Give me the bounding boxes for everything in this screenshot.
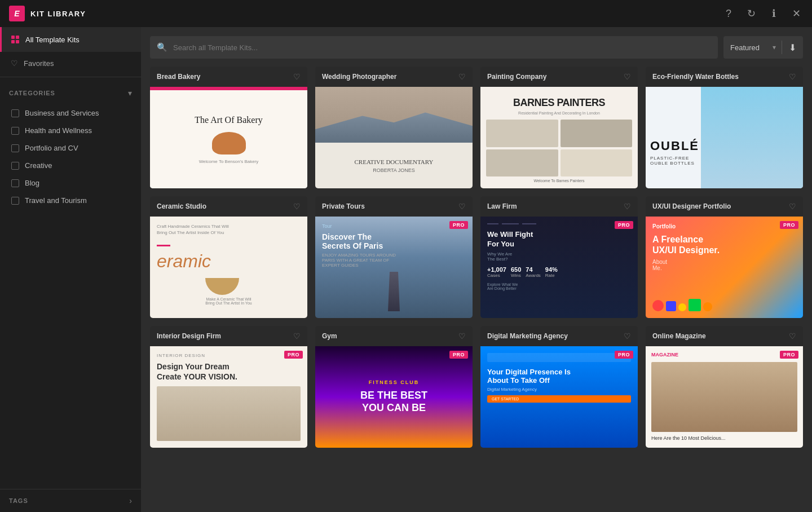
favorite-heart-icon[interactable]: ♡ [293, 72, 301, 81]
categories-chevron-icon[interactable]: ▾ [128, 89, 132, 98]
pro-badge: PRO [449, 351, 468, 359]
tags-section: TAGS › [0, 489, 141, 512]
header-icons: ? ↻ ℹ ✕ [722, 7, 803, 20]
card-title: Wedding Photographer [322, 73, 396, 81]
card-thumbnail: Portfolio A FreelanceUX/UI Designer. Abo… [646, 217, 803, 318]
favorite-heart-icon[interactable]: ♡ [624, 202, 631, 211]
card-header: Law Firm ♡ [480, 196, 638, 217]
card-wedding-photographer[interactable]: Wedding Photographer ♡ CREATIVE DOCUMENT… [315, 67, 473, 188]
elementor-logo: E [9, 6, 25, 21]
help-icon[interactable]: ? [722, 7, 735, 20]
card-header: UX/UI Designer Portfolio ♡ [646, 196, 803, 217]
content-area: 🔍 Featured Newest Popular ▾ ⬇ Bread Bake… [141, 27, 812, 512]
card-online-magazine[interactable]: Online Magazine ♡ MAGAZINE Here Are the … [646, 326, 803, 448]
card-ceramic-studio[interactable]: Ceramic Studio ♡ Craft Handmade Ceramics… [150, 196, 307, 318]
card-title: Bread Bakery [157, 73, 200, 81]
card-thumbnail: Tour Discover TheSecrets Of Paris ENJOY … [315, 217, 473, 318]
favorite-heart-icon[interactable]: ♡ [789, 72, 796, 81]
card-thumbnail: FITNESS CLUB BE THE BESTYOU CAN BE PRO [315, 346, 473, 448]
sort-select[interactable]: Featured Newest Popular [723, 36, 767, 59]
card-digital-marketing[interactable]: Digital Marketing Agency ♡ Your Digital … [480, 326, 638, 448]
refresh-icon[interactable]: ↻ [744, 7, 758, 20]
card-title: Digital Marketing Agency [487, 332, 568, 340]
health-checkbox[interactable] [11, 127, 19, 135]
favorites-label: Favorites [24, 59, 54, 68]
card-thumbnail: The Art Of Bakery Welcome To Benson's Ba… [150, 87, 307, 188]
svg-rect-2 [11, 40, 15, 43]
card-title: Eco-Friendly Water Bottles [652, 73, 739, 81]
card-thumbnail: CREATIVE DOCUMENTARY ROBERTA JONES [315, 87, 473, 188]
sidebar: All Template Kits ♡ Favorites CATEGORIES… [0, 27, 141, 512]
card-header: Bread Bakery ♡ [150, 67, 307, 87]
card-header: Interior Design Firm ♡ [150, 326, 307, 346]
card-ux-designer[interactable]: UX/UI Designer Portfolio ♡ Portfolio A F… [646, 196, 803, 318]
tags-chevron-icon[interactable]: › [129, 496, 132, 505]
travel-label: Travel and Tourism [25, 196, 87, 205]
card-interior-design[interactable]: Interior Design Firm ♡ Interior Design D… [150, 326, 307, 448]
card-thumbnail: MAGAZINE Here Are the 10 Most Delicious.… [646, 346, 803, 448]
card-title: Online Magazine [652, 332, 706, 340]
card-eco-friendly[interactable]: Eco-Friendly Water Bottles ♡ OUBLÉ PLAST… [646, 67, 803, 188]
app-title: KIT LIBRARY [30, 10, 86, 18]
sort-download-button[interactable]: ⬇ [782, 36, 803, 59]
favorite-heart-icon[interactable]: ♡ [624, 72, 631, 81]
business-label: Business and Services [25, 109, 99, 117]
sidebar-item-portfolio[interactable]: Portfolio and CV [9, 139, 132, 157]
sort-chevron-icon: ▾ [767, 43, 782, 51]
heart-icon: ♡ [11, 59, 18, 68]
app-header: E KIT LIBRARY ? ↻ ℹ ✕ [0, 0, 812, 27]
sidebar-item-business[interactable]: Business and Services [9, 104, 132, 122]
card-gym[interactable]: Gym ♡ FITNESS CLUB BE THE BESTYOU CAN BE… [315, 326, 473, 448]
card-bread-bakery[interactable]: Bread Bakery ♡ The Art Of Bakery Welcome… [150, 67, 307, 188]
favorite-heart-icon[interactable]: ♡ [789, 202, 796, 211]
card-thumbnail: BARNES PAINTERS Residential Painting And… [480, 87, 638, 188]
card-header: Wedding Photographer ♡ [315, 67, 473, 87]
card-private-tours[interactable]: Private Tours ♡ Tour Discover TheSecrets… [315, 196, 473, 318]
health-label: Health and Wellness [25, 126, 92, 135]
sidebar-item-all-kits[interactable]: All Template Kits [0, 27, 141, 52]
svg-rect-3 [16, 40, 19, 43]
favorite-heart-icon[interactable]: ♡ [458, 72, 466, 81]
favorite-heart-icon[interactable]: ♡ [624, 332, 631, 341]
close-icon[interactable]: ✕ [789, 7, 803, 20]
portfolio-checkbox[interactable] [11, 144, 19, 152]
card-painting-company[interactable]: Painting Company ♡ BARNES PAINTERS Resid… [480, 67, 638, 188]
pro-badge: PRO [284, 351, 303, 359]
search-icon: 🔍 [157, 42, 167, 52]
favorite-heart-icon[interactable]: ♡ [458, 332, 466, 341]
sidebar-item-health[interactable]: Health and Wellness [9, 122, 132, 139]
card-title: Interior Design Firm [157, 332, 221, 340]
sidebar-item-favorites[interactable]: ♡ Favorites [0, 52, 141, 74]
card-header: Eco-Friendly Water Bottles ♡ [646, 67, 803, 87]
favorite-heart-icon[interactable]: ♡ [293, 202, 301, 211]
pro-badge: PRO [615, 221, 633, 229]
sidebar-item-creative[interactable]: Creative [9, 157, 132, 174]
card-header: Painting Company ♡ [480, 67, 638, 87]
blog-label: Blog [25, 179, 39, 187]
card-title: Gym [322, 332, 337, 340]
card-header: Private Tours ♡ [315, 196, 473, 217]
favorite-heart-icon[interactable]: ♡ [789, 332, 796, 341]
pro-badge: PRO [615, 351, 633, 359]
pro-badge: PRO [449, 221, 468, 229]
creative-checkbox[interactable] [11, 162, 19, 170]
travel-checkbox[interactable] [11, 197, 19, 205]
search-input[interactable] [173, 43, 711, 52]
tags-header[interactable]: TAGS › [9, 496, 132, 505]
sidebar-item-blog[interactable]: Blog [9, 174, 132, 192]
card-title: UX/UI Designer Portfolio [652, 202, 731, 210]
info-icon[interactable]: ℹ [767, 7, 780, 20]
business-checkbox[interactable] [11, 109, 19, 117]
card-law-firm[interactable]: Law Firm ♡ We Will FightFor You Why We A… [480, 196, 638, 318]
blog-checkbox[interactable] [11, 179, 19, 187]
sidebar-item-travel[interactable]: Travel and Tourism [9, 192, 132, 209]
card-title: Private Tours [322, 202, 365, 210]
card-thumbnail: Your Digital Presence IsAbout To Take Of… [480, 346, 638, 448]
card-title: Ceramic Studio [157, 202, 206, 210]
all-kits-label: All Template Kits [25, 36, 80, 44]
favorite-heart-icon[interactable]: ♡ [293, 332, 301, 341]
header-left: E KIT LIBRARY [9, 6, 86, 21]
card-thumbnail: Craft Handmade Ceramics That WillBring O… [150, 217, 307, 318]
card-thumbnail: Interior Design Design Your DreamCreate … [150, 346, 307, 448]
favorite-heart-icon[interactable]: ♡ [458, 202, 466, 211]
